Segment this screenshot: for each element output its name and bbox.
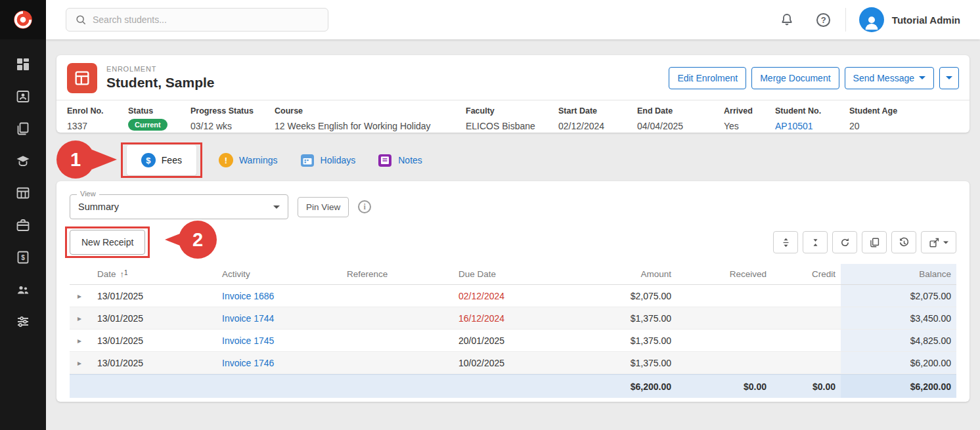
view-select-value: Summary — [78, 202, 119, 212]
table-actions-row: New Receipt — [70, 230, 956, 255]
info-label: Student No. — [775, 106, 849, 116]
column-header-label: Amount — [640, 269, 671, 279]
column-header-activity[interactable]: Activity — [217, 269, 342, 279]
column-header-amount[interactable]: Amount — [552, 269, 677, 279]
pin-view-button[interactable]: Pin View — [298, 197, 349, 217]
warning-icon: ! — [219, 153, 233, 167]
info-label: Enrol No. — [67, 106, 128, 116]
tab-fees-label: Fees — [162, 155, 182, 165]
sidebar-item-courses[interactable] — [15, 153, 31, 169]
column-header-label: Activity — [222, 269, 250, 279]
view-select-label: View — [77, 190, 99, 198]
new-receipt-button[interactable]: New Receipt — [70, 230, 145, 255]
sidebar-item-dashboard[interactable] — [15, 56, 31, 72]
invoice-link[interactable]: Invoice 1686 — [222, 291, 274, 301]
refresh-button[interactable] — [832, 231, 857, 253]
cell-balance: $4,825.00 — [841, 330, 956, 351]
enrolment-header-card: ENROLMENT Student, Sample Edit Enrolment… — [56, 55, 969, 133]
contact-card-icon — [15, 89, 31, 104]
sidebar-item-business[interactable] — [15, 217, 31, 233]
sidebar-item-documents[interactable] — [15, 121, 31, 137]
info-value: 12 Weeks English for Working Holiday — [275, 121, 466, 131]
sidebar-item-agents[interactable] — [15, 282, 31, 297]
copy-pages-icon — [868, 236, 881, 249]
student-no-link[interactable]: AP10501 — [775, 121, 849, 131]
cell-date: 13/01/2025 — [92, 358, 217, 368]
row-expander-icon[interactable]: ▸ — [70, 336, 92, 345]
tab-warnings[interactable]: ! Warnings — [219, 153, 278, 167]
history-button[interactable] — [891, 231, 916, 253]
view-select[interactable]: View Summary — [70, 194, 288, 219]
cell-due-date: 20/01/2025 — [453, 335, 552, 346]
column-header-credit[interactable]: Credit — [772, 269, 841, 279]
topbar: ? Tutorial Admin — [46, 0, 980, 39]
search-box[interactable] — [66, 8, 328, 32]
caret-down-icon — [943, 241, 948, 244]
info-field-enrol-no: Enrol No. 1337 — [67, 106, 128, 131]
column-header-reference[interactable]: Reference — [342, 269, 453, 279]
people-icon — [15, 282, 31, 297]
note-icon — [378, 153, 392, 167]
bell-icon — [779, 12, 795, 28]
user-name: Tutorial Admin — [892, 14, 960, 26]
tab-notes[interactable]: Notes — [378, 153, 422, 167]
enrolment-tabs: Details $ Fees ! Warnings Holidays Notes — [56, 143, 969, 177]
user-menu[interactable]: Tutorial Admin — [859, 7, 960, 32]
info-value: 02/12/2024 — [558, 121, 637, 131]
invoice-link[interactable]: Invoice 1744 — [222, 313, 274, 324]
info-icon[interactable]: i — [358, 200, 371, 213]
table-header-row: Date↑1 Activity Reference Due Date Amoun… — [70, 264, 956, 285]
column-header-due-date[interactable]: Due Date — [453, 269, 552, 279]
tab-holidays[interactable]: Holidays — [300, 153, 356, 167]
info-label: Status — [128, 106, 190, 116]
table-row: ▸ 13/01/2025 Invoice 1744 16/12/2024 $1,… — [70, 307, 956, 330]
topbar-actions: ? Tutorial Admin — [776, 7, 980, 32]
tab-fees[interactable]: $ Fees — [127, 145, 196, 175]
collapse-all-button[interactable] — [803, 231, 828, 253]
cell-due-date: 16/12/2024 — [453, 313, 552, 324]
column-header-balance[interactable]: Balance — [841, 264, 956, 284]
status-badge: Current — [128, 119, 167, 131]
sidebar-item-finance[interactable]: $ — [15, 249, 31, 265]
send-message-label: Send Message — [853, 73, 914, 83]
help-button[interactable]: ? — [813, 9, 835, 31]
sidebar-item-timetable[interactable] — [15, 185, 31, 201]
new-receipt-wrapper: New Receipt — [70, 230, 145, 255]
expand-all-button[interactable] — [773, 231, 798, 253]
info-label: Start Date — [558, 106, 637, 116]
invoice-link[interactable]: Invoice 1745 — [222, 335, 274, 346]
search-input[interactable] — [93, 14, 320, 25]
merge-document-button[interactable]: Merge Document — [751, 67, 839, 89]
app-logo[interactable] — [0, 0, 46, 39]
more-actions-button[interactable] — [939, 67, 959, 89]
copy-button[interactable] — [862, 231, 887, 253]
column-header-date[interactable]: Date↑1 — [92, 269, 217, 279]
row-expander-icon[interactable]: ▸ — [70, 291, 92, 301]
title-block: ENROLMENT Student, Sample — [106, 65, 215, 91]
info-label: Student Age — [849, 106, 959, 116]
edit-enrolment-button[interactable]: Edit Enrolment — [669, 67, 746, 89]
sidebar-item-settings[interactable] — [15, 314, 31, 330]
info-value: 04/04/2025 — [637, 121, 724, 131]
notifications-button[interactable] — [776, 9, 798, 31]
info-field-student-age: Student Age 20 — [849, 106, 959, 131]
tab-holidays-label: Holidays — [321, 155, 356, 165]
merge-document-label: Merge Document — [760, 73, 830, 83]
sidebar-item-contacts[interactable] — [15, 89, 31, 104]
column-header-received[interactable]: Received — [677, 269, 772, 279]
cell-amount: $2,075.00 — [552, 291, 677, 301]
info-field-course: Course 12 Weeks English for Working Holi… — [275, 106, 466, 131]
page-title: Student, Sample — [106, 75, 215, 91]
fees-panel: View Summary Pin View i New Receipt — [56, 181, 969, 402]
cell-balance: $6,200.00 — [841, 352, 956, 374]
info-label: Faculty — [466, 106, 558, 116]
tab-details[interactable]: Details — [76, 155, 104, 165]
cell-balance: $3,450.00 — [841, 307, 956, 329]
column-header-label: Reference — [347, 269, 388, 279]
row-expander-icon[interactable]: ▸ — [70, 358, 92, 368]
export-button[interactable] — [921, 231, 956, 253]
cell-date: 13/01/2025 — [92, 335, 217, 346]
row-expander-icon[interactable]: ▸ — [70, 314, 92, 323]
invoice-link[interactable]: Invoice 1746 — [222, 358, 274, 368]
send-message-button[interactable]: Send Message — [845, 67, 934, 89]
